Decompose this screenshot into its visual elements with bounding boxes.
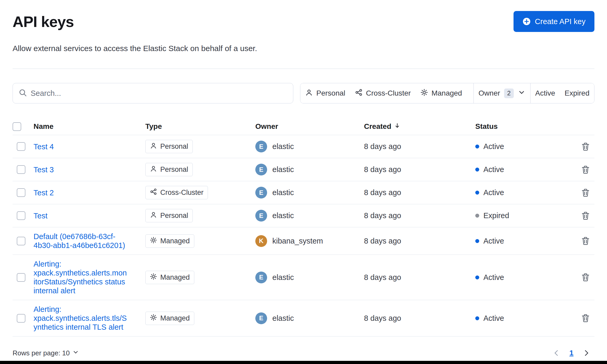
chevron-down-icon bbox=[72, 349, 79, 357]
filter-active[interactable]: Active bbox=[531, 83, 560, 103]
delete-button[interactable] bbox=[579, 186, 592, 199]
created-cell: 8 days ago bbox=[364, 230, 475, 252]
row-checkbox[interactable] bbox=[17, 188, 25, 197]
column-header-status[interactable]: Status bbox=[475, 118, 562, 135]
owner-name: elastic bbox=[272, 273, 294, 282]
column-header-name[interactable]: Name bbox=[34, 118, 145, 135]
delete-button[interactable] bbox=[579, 209, 592, 222]
owner-avatar: E bbox=[255, 187, 267, 198]
row-checkbox[interactable] bbox=[17, 165, 25, 174]
delete-button[interactable] bbox=[579, 163, 592, 176]
api-key-name-link[interactable]: Alerting: xpack.synthetics.alerts.tls/Sy… bbox=[34, 305, 128, 332]
row-checkbox[interactable] bbox=[17, 142, 25, 151]
type-badge-label: Personal bbox=[160, 142, 188, 151]
api-key-name-link[interactable]: Default (0e67686b-63cf-4b30-abb1-a46be61… bbox=[34, 232, 128, 250]
filter-owner-dropdown[interactable]: Owner 2 bbox=[473, 83, 530, 103]
search-input[interactable] bbox=[31, 89, 287, 98]
status-label: Active bbox=[483, 273, 504, 282]
table-row: Test Personal Eelastic 8 days ago Expire… bbox=[13, 204, 594, 227]
owner-name: elastic bbox=[272, 211, 294, 220]
api-keys-page: API keys Create API key Allow external s… bbox=[0, 0, 607, 364]
type-badge: Managed bbox=[145, 234, 194, 248]
type-badge: Cross-Cluster bbox=[145, 186, 208, 199]
filter-personal[interactable]: Personal bbox=[300, 83, 350, 103]
person-icon bbox=[150, 165, 157, 174]
api-key-name-link[interactable]: Test 2 bbox=[34, 188, 54, 197]
column-header-actions bbox=[562, 118, 594, 135]
api-key-name-link[interactable]: Test bbox=[34, 211, 47, 220]
rows-per-page-label: Rows per page: 10 bbox=[13, 349, 70, 357]
header-divider bbox=[13, 69, 594, 69]
next-page-button[interactable] bbox=[581, 348, 591, 358]
status-dot bbox=[475, 214, 479, 218]
status-label: Active bbox=[483, 314, 504, 323]
create-api-key-button[interactable]: Create API key bbox=[514, 11, 594, 32]
filter-cross-cluster[interactable]: Cross-Cluster bbox=[350, 83, 416, 103]
api-key-name-link[interactable]: Alerting: xpack.synthetics.alerts.monito… bbox=[34, 260, 128, 295]
table-row: Test 4 Personal Eelastic 8 days ago Acti… bbox=[13, 135, 594, 158]
column-header-created[interactable]: Created bbox=[364, 118, 475, 135]
sort-descending-icon bbox=[394, 122, 401, 131]
created-cell: 8 days ago bbox=[364, 205, 475, 226]
status-dot bbox=[475, 191, 479, 195]
type-badge: Personal bbox=[145, 140, 193, 153]
table-header-row: Name Type Owner Created Status bbox=[13, 118, 594, 135]
column-header-type[interactable]: Type bbox=[145, 118, 255, 135]
trash-icon bbox=[581, 273, 590, 282]
delete-button[interactable] bbox=[579, 235, 592, 247]
created-cell: 8 days ago bbox=[364, 267, 475, 288]
type-badge: Managed bbox=[145, 271, 194, 284]
owner-avatar: E bbox=[255, 272, 267, 283]
row-checkbox[interactable] bbox=[17, 211, 25, 220]
status-dot bbox=[475, 275, 479, 279]
table-row: Alerting: xpack.synthetics.alerts.tls/Sy… bbox=[13, 300, 594, 337]
type-badge: Managed bbox=[145, 312, 194, 325]
filter-managed[interactable]: Managed bbox=[416, 83, 467, 103]
api-key-name-link[interactable]: Test 3 bbox=[34, 165, 54, 174]
created-cell: 8 days ago bbox=[364, 159, 475, 180]
owner-name: kibana_system bbox=[272, 237, 323, 245]
filter-cross-cluster-label: Cross-Cluster bbox=[366, 89, 411, 97]
filter-expired[interactable]: Expired bbox=[560, 83, 594, 103]
page-header: API keys Create API key bbox=[13, 11, 594, 32]
person-icon bbox=[305, 89, 313, 98]
trash-icon bbox=[581, 313, 590, 323]
cross-cluster-icon bbox=[355, 89, 363, 98]
rows-per-page-button[interactable]: Rows per page: 10 bbox=[13, 349, 79, 357]
status-label: Active bbox=[483, 142, 504, 151]
owner-name: elastic bbox=[272, 314, 294, 323]
previous-page-button[interactable] bbox=[551, 348, 561, 358]
delete-button[interactable] bbox=[579, 271, 592, 284]
search-box[interactable] bbox=[13, 83, 293, 103]
delete-button[interactable] bbox=[579, 312, 592, 324]
type-badge-label: Managed bbox=[160, 237, 190, 245]
trash-icon bbox=[581, 211, 590, 220]
pagination: 1 bbox=[551, 348, 594, 358]
api-keys-table: Name Type Owner Created Status Test 4 Pe… bbox=[13, 118, 594, 337]
row-checkbox[interactable] bbox=[17, 314, 25, 323]
trash-icon bbox=[581, 165, 590, 174]
type-badge: Personal bbox=[145, 163, 193, 176]
status-label: Active bbox=[483, 188, 504, 197]
filter-active-label: Active bbox=[535, 89, 555, 97]
filter-group: Personal Cross-Cluster Managed Owner 2 bbox=[300, 83, 594, 103]
select-all-checkbox[interactable] bbox=[13, 122, 21, 131]
owner-avatar: K bbox=[255, 235, 267, 247]
owner-avatar: E bbox=[255, 210, 267, 222]
column-header-created-label: Created bbox=[364, 122, 391, 131]
person-icon bbox=[150, 142, 157, 151]
delete-button[interactable] bbox=[579, 140, 592, 153]
type-badge-label: Cross-Cluster bbox=[160, 189, 203, 197]
gear-icon bbox=[150, 236, 157, 246]
table-footer: Rows per page: 10 1 bbox=[13, 348, 594, 358]
screen-bottom-edge bbox=[0, 361, 607, 364]
row-checkbox[interactable] bbox=[17, 273, 25, 282]
row-checkbox[interactable] bbox=[17, 237, 25, 245]
status-dot bbox=[475, 168, 479, 172]
gear-icon bbox=[150, 273, 157, 282]
api-key-name-link[interactable]: Test 4 bbox=[34, 142, 54, 151]
table-row: Test 3 Personal Eelastic 8 days ago Acti… bbox=[13, 158, 594, 181]
owner-name: elastic bbox=[272, 142, 294, 151]
page-number-current[interactable]: 1 bbox=[569, 349, 573, 357]
column-header-owner[interactable]: Owner bbox=[255, 118, 364, 135]
